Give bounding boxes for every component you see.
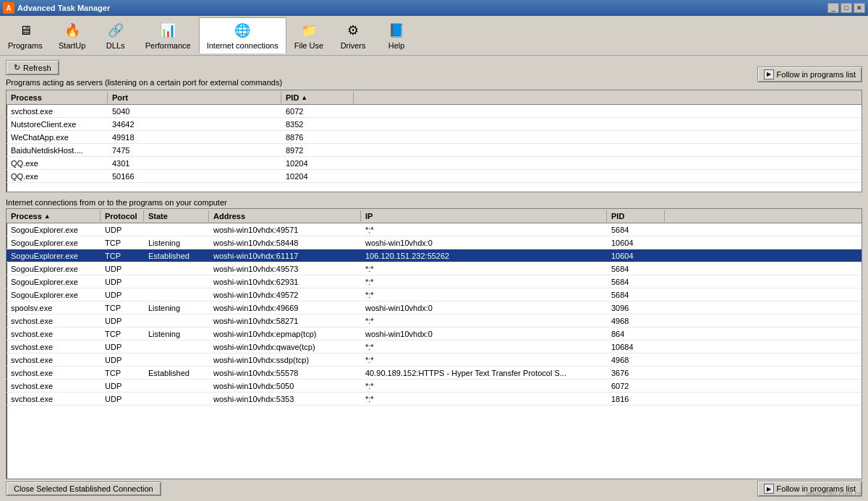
servers-cell-process: QQ.exe [7, 171, 108, 181]
conn-cell-pid: 4968 [607, 316, 665, 326]
conn-cell-protocol: UDP [101, 316, 144, 326]
servers-cell-pid: 6072 [281, 106, 354, 116]
conn-cell-state [144, 320, 209, 322]
servers-cell-port: 5040 [108, 106, 281, 116]
servers-header-row: ↻ Refresh Programs acting as servers (li… [6, 60, 862, 88]
tab-label-startup: StartUp [59, 41, 85, 50]
window-controls: _ □ ✕ [827, 3, 865, 13]
conn-row[interactable]: SogouExplorer.exe UDP woshi-win10vhdx:49… [7, 223, 861, 236]
conn-row[interactable]: SogouExplorer.exe TCP Established woshi-… [7, 249, 861, 262]
tab-performance[interactable]: 📊Performance [137, 17, 199, 53]
conn-cell-address: woshi-win10vhdx:61117 [209, 251, 361, 261]
servers-row[interactable]: BaiduNetdiskHost.... 7475 8972 [7, 144, 861, 157]
conn-row[interactable]: spoolsv.exe TCP Listening woshi-win10vhd… [7, 301, 861, 314]
conn-cell-process: SogouExplorer.exe [7, 264, 101, 274]
conn-col-ip[interactable]: IP [361, 210, 607, 222]
bottom-bar: Close Selected Established Connection ▶ … [6, 481, 862, 497]
conn-cell-ip: *:* [361, 394, 607, 404]
conn-cell-protocol: UDP [101, 355, 144, 365]
servers-cell-pid: 8972 [281, 145, 354, 155]
conn-cell-protocol: TCP [101, 368, 144, 378]
title-bar: A Advanced Task Manager _ □ ✕ [0, 0, 868, 16]
servers-row[interactable]: svchost.exe 5040 6072 [7, 105, 861, 118]
conn-row[interactable]: svchost.exe TCP Listening woshi-win10vhd… [7, 327, 861, 341]
tab-fileuse[interactable]: 📁File Use [286, 17, 331, 53]
performance-icon: 📊 [158, 21, 178, 40]
conn-cell-process: svchost.exe [7, 329, 101, 339]
servers-cell-pid: 10204 [281, 158, 354, 168]
conn-col-protocol[interactable]: Protocol [101, 210, 144, 222]
conn-col-state[interactable]: State [144, 210, 209, 222]
conn-row[interactable]: SogouExplorer.exe TCP Listening woshi-wi… [7, 236, 861, 249]
tab-internet[interactable]: 🌐Internet connections [199, 17, 286, 53]
conn-cell-process: SogouExplorer.exe [7, 251, 101, 261]
servers-cell-port: 7475 [108, 145, 281, 155]
refresh-button[interactable]: ↻ Refresh [6, 60, 59, 75]
conn-cell-address: woshi-win10vhdx:49572 [209, 290, 361, 300]
conn-cell-ip: woshi-win10vhdx:0 [361, 238, 607, 248]
servers-cell-process: WeChatApp.exe [7, 132, 108, 142]
servers-row[interactable]: QQ.exe 50166 10204 [7, 170, 861, 183]
tab-label-internet: Internet connections [207, 41, 278, 50]
conn-row[interactable]: SogouExplorer.exe UDP woshi-win10vhdx:49… [7, 288, 861, 301]
conn-row[interactable]: SogouExplorer.exe UDP woshi-win10vhdx:62… [7, 275, 861, 288]
conn-cell-address: woshi-win10vhdx:49573 [209, 264, 361, 274]
conn-col-process[interactable]: Process ▲ [7, 210, 101, 222]
servers-section: ↻ Refresh Programs acting as servers (li… [6, 60, 862, 192]
conn-cell-address: woshi-win10vhdx:62931 [209, 277, 361, 287]
conn-cell-state [144, 398, 209, 400]
connections-table-header: Process ▲ Protocol State Address IP PID [7, 209, 861, 223]
conn-row[interactable]: svchost.exe UDP woshi-win10vhdx:5353 *:*… [7, 393, 861, 406]
conn-cell-process: svchost.exe [7, 355, 101, 365]
conn-cell-state: Listening [144, 329, 209, 339]
conn-row[interactable]: svchost.exe TCP Established woshi-win10v… [7, 367, 861, 380]
tab-label-drivers: Drivers [341, 41, 366, 50]
conn-cell-address: woshi-win10vhdx:ssdp(tcp) [209, 355, 361, 365]
maximize-button[interactable]: □ [841, 3, 852, 13]
tab-programs[interactable]: 🖥Programs [0, 17, 51, 53]
tab-drivers[interactable]: ⚙Drivers [331, 17, 375, 53]
conn-cell-protocol: TCP [101, 251, 144, 261]
conn-cell-pid: 1816 [607, 394, 665, 404]
conn-col-address[interactable]: Address [209, 210, 361, 222]
conn-row[interactable]: svchost.exe UDP woshi-win10vhdx:qwave(tc… [7, 341, 861, 354]
internet-icon: 🌐 [232, 21, 252, 40]
conn-cell-pid: 5684 [607, 264, 665, 274]
conn-cell-state: Listening [144, 238, 209, 248]
conn-cell-ip: woshi-win10vhdx:0 [361, 329, 607, 339]
toolbar: 🖥Programs🔥StartUp🔗DLLs📊Performance🌐Inter… [0, 16, 868, 56]
tab-help[interactable]: 📘Help [375, 17, 418, 53]
servers-row[interactable]: WeChatApp.exe 49918 8876 [7, 131, 861, 144]
connections-table-body: SogouExplorer.exe UDP woshi-win10vhdx:49… [7, 223, 861, 479]
conn-cell-state [144, 346, 209, 348]
conn-row[interactable]: svchost.exe UDP woshi-win10vhdx:ssdp(tcp… [7, 354, 861, 367]
tab-startup[interactable]: 🔥StartUp [51, 17, 94, 53]
conn-cell-state [144, 229, 209, 231]
servers-col-port[interactable]: Port [108, 92, 281, 103]
minimize-button[interactable]: _ [827, 3, 839, 13]
conn-cell-ip: *:* [361, 290, 607, 300]
conn-row[interactable]: svchost.exe UDP woshi-win10vhdx:5050 *:*… [7, 380, 861, 393]
follow-programs-button-1[interactable]: ▶ Follow in programs list [757, 67, 862, 82]
help-icon: 📘 [386, 21, 407, 40]
conn-cell-address: woshi-win10vhdx:5050 [209, 381, 361, 391]
servers-cell-process: NutstoreClient.exe [7, 119, 108, 129]
conn-cell-address: woshi-win10vhdx:qwave(tcp) [209, 342, 361, 352]
servers-row[interactable]: QQ.exe 4301 10204 [7, 157, 861, 170]
conn-row[interactable]: svchost.exe UDP woshi-win10vhdx:58271 *:… [7, 314, 861, 327]
conn-col-pid[interactable]: PID [607, 210, 665, 222]
servers-cell-pid: 10204 [281, 171, 354, 181]
close-button[interactable]: ✕ [854, 3, 865, 13]
tab-dlls[interactable]: 🔗DLLs [94, 17, 137, 53]
servers-cell-process: QQ.exe [7, 158, 108, 168]
fileuse-icon: 📁 [299, 21, 319, 40]
servers-row[interactable]: NutstoreClient.exe 34642 8352 [7, 118, 861, 131]
app-title: Advanced Task Manager [17, 4, 825, 12]
servers-col-pid[interactable]: PID ▲ [281, 92, 354, 103]
tab-label-programs: Programs [8, 41, 43, 50]
conn-row[interactable]: SogouExplorer.exe UDP woshi-win10vhdx:49… [7, 262, 861, 275]
close-connection-button[interactable]: Close Selected Established Connection [6, 481, 161, 496]
servers-col-process[interactable]: Process [7, 92, 108, 103]
conn-cell-address: woshi-win10vhdx:55578 [209, 368, 361, 378]
tab-label-help: Help [388, 41, 405, 50]
